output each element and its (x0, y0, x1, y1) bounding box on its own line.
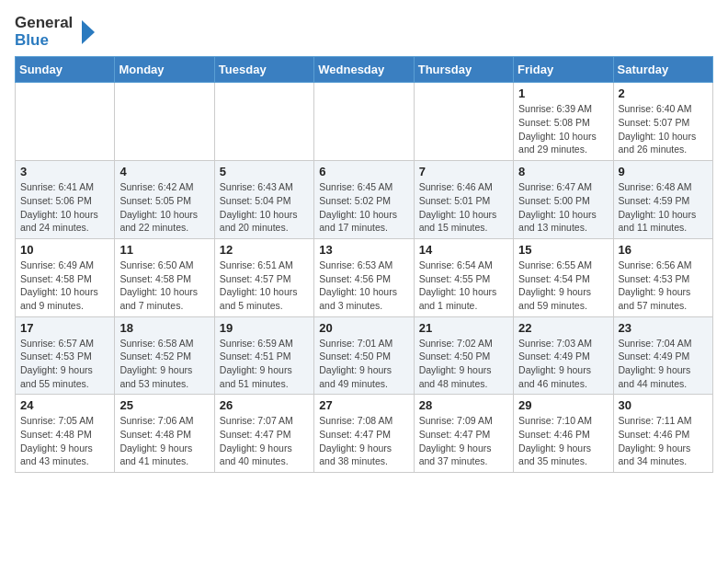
calendar-cell: 3 Sunrise: 6:41 AMSunset: 5:06 PMDayligh… (16, 161, 115, 239)
day-info: Sunrise: 6:57 AMSunset: 4:53 PMDaylight:… (20, 338, 94, 389)
day-info: Sunrise: 6:48 AMSunset: 4:59 PMDaylight:… (619, 181, 697, 233)
day-number: 11 (119, 243, 209, 257)
day-info: Sunrise: 6:56 AMSunset: 4:53 PMDaylight:… (619, 259, 692, 311)
day-number: 13 (319, 243, 408, 257)
header: General Blue (15, 15, 713, 49)
day-number: 18 (119, 321, 209, 335)
day-number: 19 (220, 321, 309, 335)
day-info: Sunrise: 6:53 AMSunset: 4:56 PMDaylight:… (319, 259, 397, 311)
svg-marker-0 (82, 20, 95, 44)
day-number: 12 (220, 243, 309, 257)
calendar-header-row: SundayMondayTuesdayWednesdayThursdayFrid… (16, 57, 713, 83)
day-info: Sunrise: 6:45 AMSunset: 5:02 PMDaylight:… (319, 181, 397, 233)
calendar-cell: 1 Sunrise: 6:39 AMSunset: 5:08 PMDayligh… (514, 83, 613, 161)
calendar-cell: 4 Sunrise: 6:42 AMSunset: 5:05 PMDayligh… (115, 161, 214, 239)
day-info: Sunrise: 7:02 AMSunset: 4:50 PMDaylight:… (419, 338, 493, 389)
day-number: 17 (20, 321, 109, 335)
day-number: 26 (220, 398, 309, 412)
calendar-cell: 21 Sunrise: 7:02 AMSunset: 4:50 PMDaylig… (414, 316, 513, 395)
header-thursday: Thursday (414, 57, 513, 83)
calendar-cell: 28 Sunrise: 7:09 AMSunset: 4:47 PMDaylig… (414, 395, 513, 473)
logo-general: General (15, 15, 73, 32)
day-number: 29 (518, 398, 608, 412)
day-info: Sunrise: 7:09 AMSunset: 4:47 PMDaylight:… (419, 415, 493, 466)
calendar-cell: 16 Sunrise: 6:56 AMSunset: 4:53 PMDaylig… (613, 238, 712, 316)
calendar-cell (115, 83, 214, 161)
day-info: Sunrise: 6:55 AMSunset: 4:54 PMDaylight:… (518, 259, 592, 311)
day-number: 9 (619, 165, 708, 178)
day-info: Sunrise: 6:54 AMSunset: 4:55 PMDaylight:… (419, 259, 497, 311)
calendar-week-row: 17 Sunrise: 6:57 AMSunset: 4:53 PMDaylig… (16, 316, 713, 395)
calendar-cell: 23 Sunrise: 7:04 AMSunset: 4:49 PMDaylig… (613, 316, 712, 395)
day-info: Sunrise: 7:06 AMSunset: 4:48 PMDaylight:… (119, 415, 193, 466)
calendar-cell: 13 Sunrise: 6:53 AMSunset: 4:56 PMDaylig… (314, 238, 414, 316)
day-info: Sunrise: 6:49 AMSunset: 4:58 PMDaylight:… (20, 259, 98, 311)
logo-blue: Blue (15, 32, 73, 50)
day-info: Sunrise: 7:03 AMSunset: 4:49 PMDaylight:… (518, 338, 592, 389)
calendar-cell: 29 Sunrise: 7:10 AMSunset: 4:46 PMDaylig… (514, 395, 613, 473)
day-number: 2 (619, 86, 708, 100)
calendar-cell: 18 Sunrise: 6:58 AMSunset: 4:52 PMDaylig… (115, 316, 214, 395)
day-number: 20 (319, 321, 408, 335)
calendar-cell: 17 Sunrise: 6:57 AMSunset: 4:53 PMDaylig… (16, 316, 115, 395)
day-info: Sunrise: 7:05 AMSunset: 4:48 PMDaylight:… (20, 415, 94, 466)
calendar-cell: 25 Sunrise: 7:06 AMSunset: 4:48 PMDaylig… (115, 395, 214, 473)
day-info: Sunrise: 6:46 AMSunset: 5:01 PMDaylight:… (419, 181, 497, 233)
day-number: 30 (619, 398, 708, 412)
day-number: 3 (20, 165, 109, 178)
day-info: Sunrise: 6:58 AMSunset: 4:52 PMDaylight:… (119, 338, 193, 389)
day-info: Sunrise: 6:43 AMSunset: 5:04 PMDaylight:… (220, 181, 298, 233)
day-number: 15 (518, 243, 608, 257)
header-tuesday: Tuesday (214, 57, 313, 83)
calendar-cell: 15 Sunrise: 6:55 AMSunset: 4:54 PMDaylig… (514, 238, 613, 316)
day-number: 10 (20, 243, 109, 257)
day-number: 21 (419, 321, 508, 335)
calendar-cell: 7 Sunrise: 6:46 AMSunset: 5:01 PMDayligh… (414, 161, 513, 239)
calendar-cell: 5 Sunrise: 6:43 AMSunset: 5:04 PMDayligh… (214, 161, 313, 239)
day-number: 8 (518, 165, 608, 178)
calendar-cell: 12 Sunrise: 6:51 AMSunset: 4:57 PMDaylig… (214, 238, 313, 316)
calendar-cell (214, 83, 313, 161)
day-number: 24 (20, 398, 109, 412)
day-number: 7 (419, 165, 508, 178)
calendar-table: SundayMondayTuesdayWednesdayThursdayFrid… (15, 56, 713, 473)
calendar-cell: 8 Sunrise: 6:47 AMSunset: 5:00 PMDayligh… (514, 161, 613, 239)
day-info: Sunrise: 6:39 AMSunset: 5:08 PMDaylight:… (518, 103, 597, 155)
calendar-cell: 2 Sunrise: 6:40 AMSunset: 5:07 PMDayligh… (613, 83, 712, 161)
calendar-cell (16, 83, 115, 161)
day-number: 25 (119, 398, 209, 412)
calendar-cell: 19 Sunrise: 6:59 AMSunset: 4:51 PMDaylig… (214, 316, 313, 395)
header-friday: Friday (514, 57, 613, 83)
calendar-cell: 6 Sunrise: 6:45 AMSunset: 5:02 PMDayligh… (314, 161, 414, 239)
calendar-cell (314, 83, 414, 161)
calendar-cell: 30 Sunrise: 7:11 AMSunset: 4:46 PMDaylig… (613, 395, 712, 473)
day-number: 14 (419, 243, 508, 257)
day-number: 28 (419, 398, 508, 412)
calendar-cell: 26 Sunrise: 7:07 AMSunset: 4:47 PMDaylig… (214, 395, 313, 473)
calendar-cell: 27 Sunrise: 7:08 AMSunset: 4:47 PMDaylig… (314, 395, 414, 473)
day-info: Sunrise: 7:08 AMSunset: 4:47 PMDaylight:… (319, 415, 392, 466)
day-number: 4 (119, 165, 209, 178)
day-number: 1 (518, 86, 608, 100)
day-info: Sunrise: 7:11 AMSunset: 4:46 PMDaylight:… (619, 415, 692, 466)
calendar-cell (414, 83, 513, 161)
header-wednesday: Wednesday (314, 57, 414, 83)
day-number: 22 (518, 321, 608, 335)
calendar-cell: 22 Sunrise: 7:03 AMSunset: 4:49 PMDaylig… (514, 316, 613, 395)
day-number: 16 (619, 243, 708, 257)
day-info: Sunrise: 6:41 AMSunset: 5:06 PMDaylight:… (20, 181, 98, 233)
day-info: Sunrise: 7:04 AMSunset: 4:49 PMDaylight:… (619, 338, 692, 389)
logo-triangle-icon (74, 18, 97, 46)
calendar-week-row: 24 Sunrise: 7:05 AMSunset: 4:48 PMDaylig… (16, 395, 713, 473)
day-number: 5 (220, 165, 309, 178)
day-info: Sunrise: 7:01 AMSunset: 4:50 PMDaylight:… (319, 338, 392, 389)
day-info: Sunrise: 6:50 AMSunset: 4:58 PMDaylight:… (119, 259, 198, 311)
header-sunday: Sunday (16, 57, 115, 83)
day-info: Sunrise: 6:40 AMSunset: 5:07 PMDaylight:… (619, 103, 697, 155)
calendar-week-row: 10 Sunrise: 6:49 AMSunset: 4:58 PMDaylig… (16, 238, 713, 316)
day-info: Sunrise: 7:10 AMSunset: 4:46 PMDaylight:… (518, 415, 592, 466)
day-info: Sunrise: 6:42 AMSunset: 5:05 PMDaylight:… (119, 181, 198, 233)
day-info: Sunrise: 6:47 AMSunset: 5:00 PMDaylight:… (518, 181, 597, 233)
calendar-cell: 9 Sunrise: 6:48 AMSunset: 4:59 PMDayligh… (613, 161, 712, 239)
calendar-week-row: 1 Sunrise: 6:39 AMSunset: 5:08 PMDayligh… (16, 83, 713, 161)
